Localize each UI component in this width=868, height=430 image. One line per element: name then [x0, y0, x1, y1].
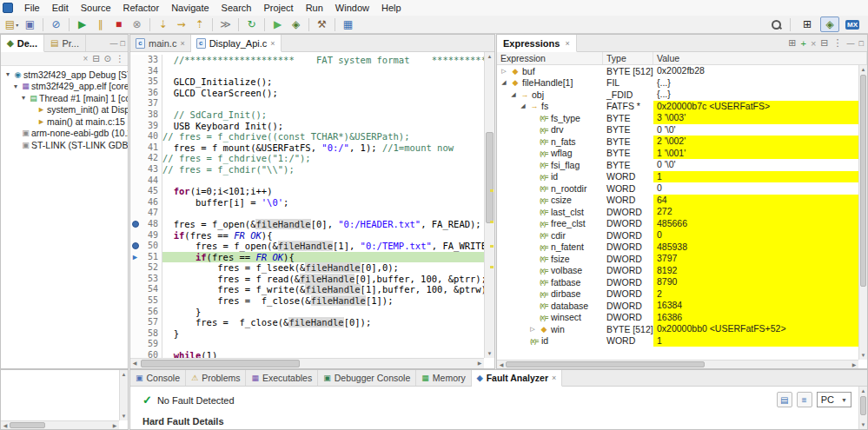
view-menu-icon[interactable]: ⋮	[116, 54, 124, 63]
menu-help[interactable]: Help	[375, 0, 407, 16]
expressions-vscrollbar[interactable]: ▲ ▼	[858, 65, 867, 360]
view-menu-icon[interactable]: ≡	[797, 392, 812, 407]
scroll-up-icon[interactable]: ▲	[859, 387, 867, 395]
menu-edit[interactable]: Edit	[46, 0, 75, 16]
debug-icon[interactable]: ◈	[287, 17, 305, 33]
tree-expander-icon[interactable]: ▾	[3, 70, 12, 78]
scroll-right-icon[interactable]: ▶	[475, 359, 484, 368]
code-line[interactable]: 47	[130, 208, 484, 219]
scrollbar-thumb[interactable]	[506, 361, 705, 367]
gutter-marker-column[interactable]	[130, 76, 142, 88]
scroll-right-icon[interactable]: ▶	[850, 361, 858, 368]
close-tab-icon[interactable]: ×	[565, 39, 569, 48]
scroll-left-icon[interactable]: ◀	[1, 421, 10, 429]
code-line[interactable]: 42// fres = f_chdrive("1:/");	[130, 153, 484, 164]
debug-tree-item[interactable]: ▾▤Thread #1 [main] 1 [co	[1, 92, 128, 104]
gutter-marker-column[interactable]: ►	[130, 252, 142, 263]
maximize-view-icon[interactable]: □	[121, 39, 125, 48]
debug-tree-item[interactable]: ▾▦stm32f429_app.elf [cores:	[1, 81, 128, 93]
expression-row[interactable]: (x)=fs_typeBYTE3 '\003'	[497, 112, 858, 124]
expression-row[interactable]: (x)=idWORD1	[497, 171, 858, 183]
gutter-marker-column[interactable]	[130, 164, 142, 175]
gutter-marker-column[interactable]	[130, 295, 142, 307]
editor-hscrollbar[interactable]: ◀ ▶	[130, 358, 484, 368]
scroll-left-icon[interactable]: ◀	[497, 361, 506, 368]
code-line[interactable]: 57 fres = f_close(&fileHandle[0]);	[130, 317, 484, 328]
suspend-icon[interactable]: ∥	[91, 17, 109, 33]
expression-row[interactable]: (x)=dirbaseDWORD2	[497, 288, 858, 301]
scroll-down-icon[interactable]: ▼	[120, 412, 128, 420]
gutter-marker-column[interactable]	[130, 284, 142, 295]
debug-tree-item[interactable]: ▣arm-none-eabi-gdb (10.2	[1, 128, 128, 140]
editor-vscrollbar[interactable]: ▲ ▼	[484, 52, 494, 358]
bottom-vscrollbar[interactable]: ▲ ▼	[858, 387, 867, 429]
code-line[interactable]: 58 }	[130, 328, 484, 340]
gutter-marker-column[interactable]	[130, 317, 142, 328]
gutter-marker-column[interactable]	[130, 328, 142, 340]
close-tab-icon[interactable]: ×	[552, 374, 556, 382]
minimize-view-icon[interactable]: —	[110, 39, 118, 48]
step-into-icon[interactable]: ⇣	[154, 17, 172, 33]
tab-fault-analyzer[interactable]: ◈Fault Analyzer×	[472, 370, 563, 387]
gutter-marker-column[interactable]	[130, 339, 142, 350]
menu-project[interactable]: Project	[257, 0, 299, 16]
code-line[interactable]: 50 fres = f_open(&fileHandle[1], "0:/TEM…	[130, 241, 484, 252]
code-line[interactable]: 56 }	[130, 307, 484, 318]
gutter-marker-column[interactable]	[130, 55, 142, 66]
column-header-expression[interactable]: Expression	[497, 52, 603, 64]
code-line[interactable]: 45 for(i=0;i<101;i++)	[130, 186, 484, 197]
debug-tree-item[interactable]: ►system_init() at Disp	[1, 104, 128, 116]
debug-perspective-button[interactable]: ◈	[820, 17, 839, 32]
gutter-marker-column[interactable]	[130, 98, 142, 109]
collapse-all-icon[interactable]: ⊟	[92, 54, 99, 63]
run-icon[interactable]: ▶	[268, 17, 287, 33]
menu-source[interactable]: Source	[75, 0, 117, 16]
gutter-marker-column[interactable]	[130, 109, 142, 121]
scroll-down-icon[interactable]: ▼	[859, 420, 867, 429]
expression-row[interactable]: ◢→fsFATFS *0x20000b7c <USERFatFS>	[497, 101, 858, 113]
minimize-view-icon[interactable]: —	[847, 39, 855, 48]
gutter-marker-column[interactable]	[130, 142, 142, 154]
expression-row[interactable]: ◢◆fileHandle[1]FIL{...}	[497, 77, 858, 89]
code-line[interactable]: 35 GLCD_Initialize();	[130, 76, 484, 88]
debug-tree-item[interactable]: ▾◉stm32f429_app Debug [STM3	[1, 69, 128, 81]
expression-row[interactable]: ▷◆bufBYTE [512]0x2002fb28	[497, 65, 858, 77]
pane-hscrollbar[interactable]: ◀ ▶	[1, 420, 119, 429]
scrollbar-thumb[interactable]	[486, 132, 494, 224]
gutter-marker-column[interactable]	[130, 241, 142, 252]
tree-expander-icon[interactable]: ▷	[500, 68, 508, 75]
gutter-marker-column[interactable]	[130, 350, 142, 358]
scrollbar-thumb[interactable]	[860, 75, 866, 287]
breakpoint-icon[interactable]	[132, 242, 139, 249]
remove-expression-icon[interactable]: ×	[811, 38, 816, 49]
layout-icon[interactable]: ⊞	[788, 37, 796, 49]
gutter-marker-column[interactable]	[130, 131, 142, 142]
expression-row[interactable]: (x)=fatbaseDWORD8790	[497, 276, 858, 288]
expression-row[interactable]: (x)=drvBYTE0 '\0'	[497, 124, 858, 136]
step-return-icon[interactable]: ⇡	[190, 17, 209, 33]
scroll-right-icon[interactable]: ▶	[110, 421, 119, 429]
menu-file[interactable]: File	[18, 0, 46, 16]
code-line[interactable]: 38 // SdCard_Init();	[130, 109, 484, 121]
gutter-marker-column[interactable]	[130, 274, 142, 285]
tab-console[interactable]: ▣Console	[130, 370, 186, 386]
gutter-marker-column[interactable]	[130, 230, 142, 241]
build-icon[interactable]: ⚒	[313, 17, 331, 33]
tree-expander-icon[interactable]: ◢	[509, 91, 518, 98]
collapse-all-icon[interactable]: ⊟	[820, 37, 828, 49]
code-editor[interactable]: 33 //******************** FAT system for…	[130, 52, 484, 358]
expressions-hscrollbar[interactable]: ◀ ▶	[497, 360, 858, 368]
tree-expander-icon[interactable]: ▾	[19, 94, 28, 102]
search-icon[interactable]	[769, 17, 783, 31]
gutter-marker-column[interactable]	[130, 88, 142, 99]
gutter-marker-column[interactable]	[130, 121, 142, 132]
editor-tab-main-c[interactable]: cmain.c×	[130, 35, 191, 51]
disconnect-icon[interactable]: ⊗	[128, 17, 146, 33]
tab-memory[interactable]: ▦Memory	[416, 370, 471, 386]
expression-row[interactable]: (x)=volbaseDWORD8192	[497, 265, 858, 277]
expression-row[interactable]: (x)=n_rootdirWORD0	[497, 182, 858, 195]
code-line[interactable]: 37	[130, 98, 484, 109]
pin-view-icon[interactable]: ⊙	[104, 54, 111, 63]
instruction-stepping-icon[interactable]: ≫	[216, 17, 235, 33]
expression-row[interactable]: ◢→obj_FDID{...}	[497, 89, 858, 101]
